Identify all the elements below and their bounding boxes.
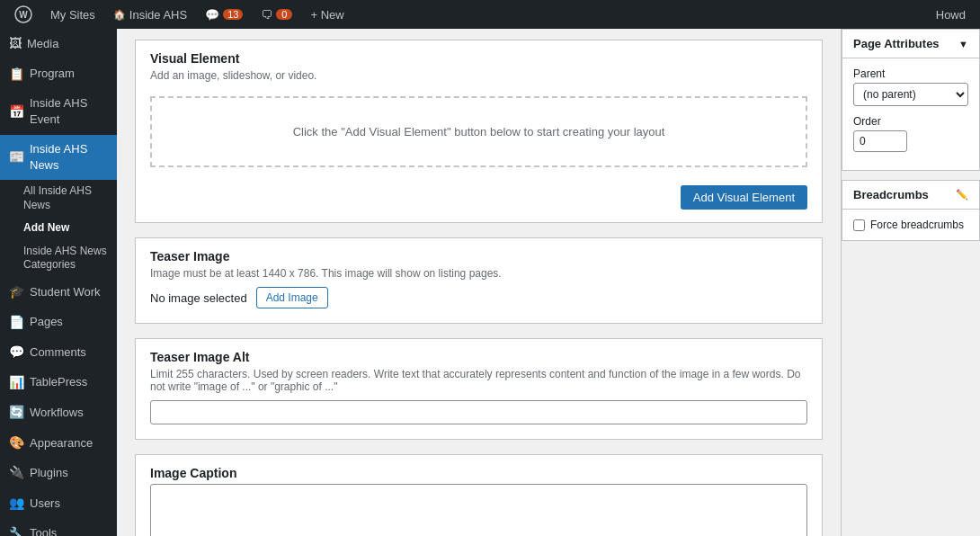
sidebar-item-comments[interactable]: 💬 Comments [0,337,117,368]
teaser-alt-desc: Limit 255 characters. Used by screen rea… [150,368,807,393]
event-icon: 📅 [9,103,24,121]
image-caption-title: Image Caption [150,466,807,480]
comments-count: 13 [223,9,243,20]
add-image-button[interactable]: Add Image [256,287,328,308]
comments-icon: 💬 [9,344,24,362]
visual-element-desc: Add an image, slideshow, or video. [150,69,807,82]
sidebar-item-appearance[interactable]: 🎨 Appearance [0,428,117,459]
my-sites-button[interactable]: My Sites [43,0,102,29]
users-icon: 👥 [9,495,24,513]
bubble-count: 0 [276,9,292,20]
student-icon: 🎓 [9,283,24,301]
teaser-image-section: Teaser Image Image must be at least 1440… [135,237,823,324]
visual-element-placeholder: Click the "Add Visual Element" button be… [150,96,807,167]
sidebar-item-workflows[interactable]: 🔄 Workflows [0,398,117,428]
sidebar-item-ahs-news[interactable]: 📰 Inside AHS News [0,135,117,180]
add-visual-element-button[interactable]: Add Visual Element [681,185,807,210]
page-attributes-metabox: Page Attributes ▼ Parent (no parent) Ord… [842,29,980,171]
sidebar-subitem-categories[interactable]: Inside AHS News Categories [0,240,117,277]
appearance-icon: 🎨 [9,434,24,452]
tools-icon: 🔧 [9,525,24,536]
admin-bar: W My Sites 🏠 Inside AHS 💬 13 🗨 0 + New H… [0,0,980,29]
teaser-image-alt-section: Teaser Image Alt Limit 255 characters. U… [135,338,823,440]
main-content: Visual Element Add an image, slideshow, … [117,29,841,536]
visual-element-section: Visual Element Add an image, slideshow, … [135,40,823,223]
howdy-button[interactable]: Howd [929,0,973,29]
order-label: Order [853,115,968,128]
sidebar-item-ahs-event[interactable]: 📅 Inside AHS Event [0,89,117,134]
news-icon: 📰 [9,148,24,166]
tablepress-icon: 📊 [9,374,24,392]
teaser-alt-input[interactable] [150,400,807,424]
bubble-icon: 🗨 [261,8,272,22]
sidebar-item-plugins[interactable]: 🔌 Plugins [0,458,117,488]
force-breadcrumbs-checkbox[interactable] [853,219,865,231]
sidebar-item-program[interactable]: 📋 Program [0,59,117,90]
sidebar-item-tablepress[interactable]: 📊 TablePress [0,368,117,398]
sidebar-subitem-all-news[interactable]: All Inside AHS News [0,180,117,217]
sidebar-subitem-add-new[interactable]: Add New [0,217,117,240]
comments-icon: 💬 [205,8,219,22]
pages-icon: 📄 [9,314,24,332]
sidebar-item-media[interactable]: 🖼 Media [0,29,117,59]
admin-sidebar: 🖼 Media 📋 Program 📅 Inside AHS Event 📰 I… [0,29,117,536]
sidebar-item-pages[interactable]: 📄 Pages [0,308,117,338]
parent-label: Parent [853,67,968,80]
breadcrumbs-metabox: Breadcrumbs ✏️ Force breadcrumbs [842,180,980,241]
home-icon: 🏠 [113,9,126,21]
program-icon: 📋 [9,66,24,84]
no-image-label: No image selected [150,291,247,305]
teaser-alt-title: Teaser Image Alt [150,350,807,364]
edit-icon: ✏️ [956,189,968,201]
side-panel: Page Attributes ▼ Parent (no parent) Ord… [841,29,980,536]
workflows-icon: 🔄 [9,404,24,422]
sidebar-item-student-work[interactable]: 🎓 Student Work [0,277,117,308]
image-caption-section: Image Caption [135,454,823,536]
page-attributes-header[interactable]: Page Attributes ▼ [842,30,979,58]
visual-element-title: Visual Element [150,51,807,66]
order-input[interactable] [853,130,907,152]
plugins-icon: 🔌 [9,464,24,482]
wp-logo-button[interactable]: W [7,0,40,29]
new-button[interactable]: + New [303,0,351,29]
comments-button[interactable]: 💬 13 [198,0,250,29]
teaser-image-desc: Image must be at least 1440 x 786. This … [150,267,807,280]
parent-select[interactable]: (no parent) [853,83,968,106]
media-icon: 🖼 [9,35,22,53]
bubble-button[interactable]: 🗨 0 [254,0,299,29]
site-name-button[interactable]: 🏠 Inside AHS [106,0,194,29]
breadcrumbs-header[interactable]: Breadcrumbs ✏️ [842,181,979,210]
sidebar-item-users[interactable]: 👥 Users [0,488,117,519]
toggle-icon: ▼ [958,39,968,49]
sidebar-item-tools[interactable]: 🔧 Tools [0,519,117,536]
image-caption-input[interactable] [150,484,807,536]
svg-text:W: W [19,10,28,20]
teaser-image-title: Teaser Image [150,249,807,264]
force-breadcrumbs-label: Force breadcrumbs [870,219,964,231]
